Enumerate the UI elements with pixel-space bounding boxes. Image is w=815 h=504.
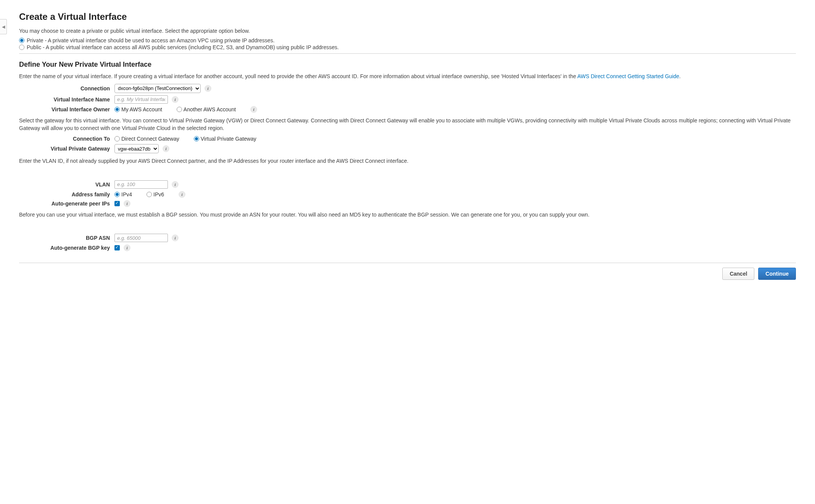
section-define-heading: Define Your New Private Virtual Interfac… (19, 61, 796, 69)
section-define-prefix: Enter the name of your virtual interface… (19, 73, 577, 79)
connection-label: Connection (19, 85, 114, 91)
connection-select[interactable]: dxcon-fg6o28pn (TestConnection) (114, 84, 201, 93)
address-family-ipv4-radio[interactable] (114, 192, 120, 197)
info-icon[interactable]: i (163, 145, 169, 152)
owner-another-account-radio[interactable] (177, 107, 182, 112)
intro-text: You may choose to create a private or pu… (19, 27, 796, 35)
divider (19, 53, 796, 54)
vif-type-private-radio[interactable] (19, 38, 24, 43)
auto-peer-ips-checkbox[interactable] (114, 201, 120, 206)
auto-peer-ips-label: Auto-generate peer IPs (19, 201, 114, 207)
page-title: Create a Virtual Interface (19, 11, 796, 22)
continue-button[interactable]: Continue (758, 268, 796, 280)
connection-to-dcg-label: Direct Connect Gateway (121, 136, 179, 142)
connection-to-dcg-radio[interactable] (114, 136, 120, 141)
vif-type-public-radio[interactable] (19, 45, 24, 50)
owner-my-account-label: My AWS Account (121, 106, 162, 112)
vif-name-label: Virtual Interface Name (19, 96, 114, 103)
connection-to-label: Connection To (19, 136, 114, 142)
info-icon[interactable]: i (172, 96, 179, 103)
address-family-ipv6-radio[interactable] (147, 192, 152, 197)
info-icon[interactable]: i (172, 234, 179, 241)
connection-to-vpg-radio[interactable] (194, 136, 199, 141)
vlan-input[interactable] (114, 180, 168, 189)
info-icon[interactable]: i (179, 191, 185, 198)
info-icon[interactable]: i (205, 85, 211, 92)
gateway-help-text: Select the gateway for this virtual inte… (19, 117, 796, 132)
vif-name-input[interactable] (114, 95, 168, 104)
address-family-ipv4-label: IPv4 (121, 191, 132, 197)
info-icon[interactable]: i (124, 200, 130, 207)
owner-another-account-label: Another AWS Account (184, 106, 236, 112)
vpg-label: Virtual Private Gateway (19, 146, 114, 152)
vif-type-public-label: Public - A public virtual interface can … (27, 44, 339, 50)
bgp-asn-label: BGP ASN (19, 235, 114, 241)
info-icon[interactable]: i (250, 106, 257, 113)
section-define-suffix: . (679, 73, 681, 79)
section-define-text: Enter the name of your virtual interface… (19, 72, 796, 80)
connection-to-vpg-label: Virtual Private Gateway (201, 136, 256, 142)
address-family-label: Address family (19, 191, 114, 197)
vlan-label: VLAN (19, 181, 114, 188)
auto-bgp-key-checkbox[interactable] (114, 245, 120, 250)
info-icon[interactable]: i (172, 181, 179, 188)
bgp-asn-input[interactable] (114, 234, 168, 242)
getting-started-guide-link[interactable]: AWS Direct Connect Getting Started Guide (577, 73, 679, 79)
info-icon[interactable]: i (124, 244, 130, 251)
vpg-select[interactable]: vgw-ebaa27db (114, 144, 159, 153)
collapse-panel-toggle[interactable]: ◀ (0, 19, 7, 34)
auto-bgp-key-label: Auto-generate BGP key (19, 245, 114, 251)
vlan-help-text: Enter the VLAN ID, if not already suppli… (19, 157, 796, 165)
cancel-button[interactable]: Cancel (722, 268, 754, 280)
vif-owner-label: Virtual Interface Owner (19, 106, 114, 112)
address-family-ipv6-label: IPv6 (153, 191, 164, 197)
owner-my-account-radio[interactable] (114, 107, 120, 112)
vif-type-private-label: Private - A private virtual interface sh… (27, 37, 275, 43)
bgp-help-text: Before you can use your virtual interfac… (19, 211, 796, 218)
